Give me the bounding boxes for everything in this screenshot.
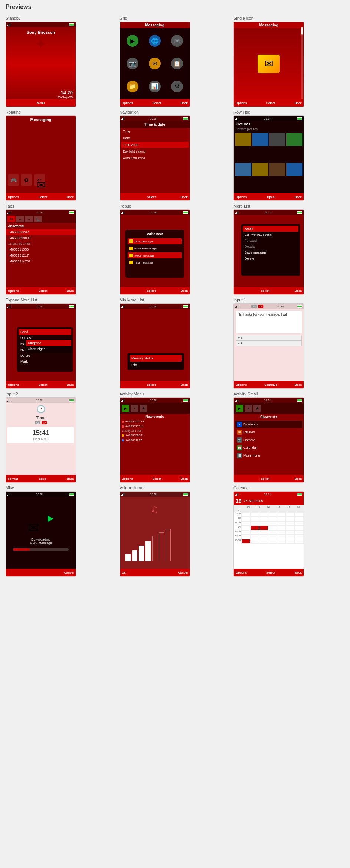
softkey-back-grid[interactable]: Back [181, 101, 188, 105]
exp-item-mark[interactable]: Mark [19, 359, 71, 365]
softkey-sel-am[interactable]: Select [153, 477, 161, 480]
c44[interactable] [250, 539, 259, 544]
softkey-back-tabs[interactable]: Back [67, 289, 74, 293]
softkey-back-popup[interactable]: Back [181, 289, 188, 293]
softkey-cancel-vol[interactable]: Cancel [178, 571, 188, 574]
softkey-back-ml[interactable]: Back [295, 289, 302, 293]
c11[interactable] [268, 517, 277, 521]
grid-icon-6[interactable]: 📋 [167, 53, 188, 74]
c10[interactable] [259, 517, 268, 521]
softkey-sel-mml[interactable]: Select [147, 383, 156, 386]
popup-item-text2[interactable]: Text message [128, 260, 182, 265]
tab-list-item-1[interactable]: +4655523232 [6, 229, 76, 235]
c45[interactable] [259, 539, 268, 544]
nav-item-date[interactable]: Date [120, 135, 190, 141]
input-area-i1[interactable]: Hi, thanks for your message. I will [236, 311, 302, 333]
tab-list-item-2[interactable]: +46555899898 [6, 235, 76, 241]
sc-camera[interactable]: 📷 Camera [235, 436, 302, 444]
as-icon-star[interactable]: ★ [253, 405, 261, 412]
ml-item-details[interactable]: Details [243, 244, 298, 249]
c14[interactable] [295, 517, 304, 521]
softkey-sel-exp[interactable]: Select [39, 383, 48, 386]
act-icon-star[interactable]: ★ [140, 405, 147, 412]
softkey-back-si[interactable]: Back [295, 101, 302, 105]
softkey-back-i2[interactable]: Back [67, 477, 74, 480]
thumb-6[interactable] [252, 163, 268, 176]
softkey-r-misc[interactable]: Cancel [64, 571, 74, 574]
thumb-1[interactable] [235, 133, 251, 146]
c25[interactable] [268, 526, 277, 530]
softkey-cont-i1[interactable]: Continue [264, 383, 277, 386]
softkey-ok-vol[interactable]: Ok [122, 571, 126, 574]
softkey-back-exp[interactable]: Back [67, 383, 74, 386]
ml-item-save[interactable]: Save message [243, 249, 298, 255]
suggestion-will[interactable]: will [236, 335, 302, 340]
softkey-back-am[interactable]: Back [181, 477, 188, 480]
exp-item-send[interactable]: Send [19, 329, 71, 335]
act-item-4[interactable]: +468851217 [120, 438, 190, 443]
softkey-options-rot[interactable]: Options [8, 195, 19, 199]
tab-call[interactable]: 📞 [34, 216, 42, 222]
softkey-options-grid[interactable]: Options [122, 101, 133, 105]
thumb-2[interactable] [252, 133, 268, 146]
nav-item-daylight[interactable]: Daylight saving [120, 148, 190, 155]
grid-icon-9[interactable]: ⚙ [167, 76, 188, 97]
softkey-options-si[interactable]: Options [236, 101, 247, 105]
c1[interactable] [241, 512, 250, 517]
ml-item-call[interactable]: Call +4401231456 [243, 232, 298, 238]
c6[interactable] [286, 512, 295, 517]
nav-item-timezone[interactable]: Time zone [121, 142, 189, 148]
c12[interactable] [277, 517, 286, 521]
c9[interactable] [250, 517, 259, 521]
tab-list-item-5[interactable]: +46555214787 [6, 258, 76, 264]
softkey-back-rot[interactable]: Back [67, 195, 74, 199]
mml-item-memory[interactable]: Memory status [130, 355, 182, 362]
grid-icon-1[interactable]: ▶ [122, 30, 143, 52]
softkey-back-cal[interactable]: Back [295, 571, 302, 574]
c28[interactable] [295, 526, 304, 530]
popup-item-picture[interactable]: Picture message [128, 245, 182, 251]
act-item-2[interactable]: +4655577711 [120, 424, 190, 429]
sc-bluetooth[interactable]: B Bluetooth [235, 421, 302, 428]
c5[interactable] [277, 512, 286, 517]
softkey-opt-cal[interactable]: Options [236, 571, 247, 574]
c35[interactable] [295, 530, 304, 535]
tab-list-item-4[interactable]: +4655131217 [6, 252, 76, 258]
softkey-sel-cal[interactable]: Select [266, 571, 275, 574]
softkey-opt-i1[interactable]: Options [236, 383, 247, 386]
tab-arrow-left[interactable]: ← [16, 216, 24, 222]
sc-infrared[interactable]: IR Infrared [235, 428, 302, 436]
sc-calendar[interactable]: 📅 Calendar [235, 444, 302, 451]
c41[interactable] [286, 535, 295, 539]
c29[interactable] [241, 530, 250, 535]
c26[interactable] [277, 526, 286, 530]
c47[interactable] [277, 539, 286, 544]
softkey-open-rt[interactable]: Open [267, 195, 274, 199]
thumb-5[interactable] [235, 163, 251, 176]
softkey-c-nav[interactable]: Select [147, 195, 156, 199]
softkey-opt-tabs[interactable]: Options [8, 289, 19, 293]
c38[interactable] [259, 535, 268, 539]
tab-list-item-3[interactable]: +4655511333 [6, 247, 76, 252]
c33[interactable] [277, 530, 286, 535]
softkey-back-rt[interactable]: Back [295, 195, 302, 199]
thumb-7[interactable] [269, 163, 285, 176]
c19[interactable] [277, 521, 286, 526]
softkey-save-i2[interactable]: Save [39, 477, 46, 480]
grid-icon-7[interactable]: 📁 [122, 76, 143, 97]
popup-item-voice[interactable]: Voice message [128, 252, 182, 258]
act-item-1[interactable]: +4655553235 [120, 419, 190, 424]
ml-item-reply[interactable]: Reply [243, 226, 298, 232]
c39[interactable] [268, 535, 277, 539]
c24[interactable] [259, 526, 268, 530]
c48[interactable] [286, 539, 295, 544]
as-icon-green[interactable]: ▶ [236, 405, 243, 412]
c20[interactable] [286, 521, 295, 526]
c23[interactable] [250, 526, 259, 530]
softkey-back-i1[interactable]: Back [295, 383, 302, 386]
popup-item-text[interactable]: Text message [128, 238, 182, 244]
softkey-opt-am[interactable]: Options [122, 477, 133, 480]
grid-icon-8[interactable]: 📊 [144, 76, 165, 97]
exp-sub-alarm[interactable]: Alarm signal [26, 346, 71, 352]
thumb-8[interactable] [286, 163, 302, 176]
